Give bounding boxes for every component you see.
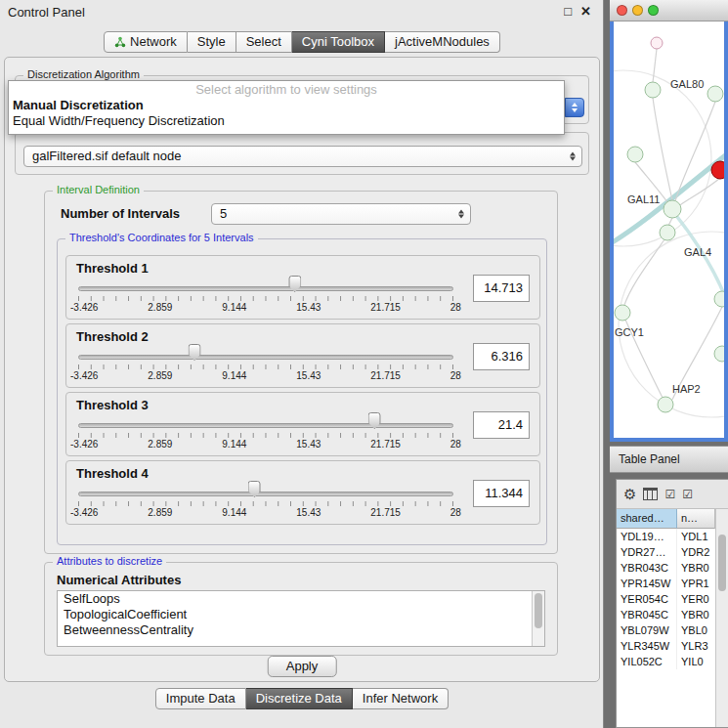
tick-label: 15.43 xyxy=(296,370,321,381)
table-cell: YER0 xyxy=(677,591,715,607)
scrollbar-thumb[interactable] xyxy=(718,535,726,591)
tick-label: 2.859 xyxy=(148,439,172,450)
table-cell: YDR2 xyxy=(677,544,715,560)
stepper-icon xyxy=(458,210,464,219)
threshold-1-box: Threshold 1 -3.426 2.859 9.144 15.43 21.… xyxy=(65,255,540,320)
table-cell: YPR1 xyxy=(677,576,715,591)
tick-label: 21.715 xyxy=(370,439,401,450)
select-none-checkbox-icon[interactable]: ☑ xyxy=(682,489,693,500)
table-scrollbar[interactable] xyxy=(715,509,728,727)
table-data-dropdown[interactable]: galFiltered.sif default node xyxy=(23,146,582,167)
minimize-traffic-light-icon[interactable] xyxy=(632,5,643,16)
close-icon[interactable]: ✕ xyxy=(580,4,591,19)
columns-icon[interactable] xyxy=(643,488,658,500)
network-node[interactable] xyxy=(714,291,724,307)
threshold-value-input[interactable]: 21.4 xyxy=(473,411,530,439)
network-window-titlebar[interactable] xyxy=(610,0,728,21)
tick-label: 28 xyxy=(450,439,461,450)
scrollbar-thumb[interactable] xyxy=(535,593,542,628)
tab-network[interactable]: Network xyxy=(104,31,188,53)
threshold-1-slider[interactable]: -3.426 2.859 9.144 15.43 21.715 28 xyxy=(78,256,453,319)
node-label: GCY1 xyxy=(615,326,644,338)
tab-jactivemnodules[interactable]: jActiveMNodules xyxy=(385,31,500,53)
group-label: Attributes to discretize xyxy=(53,555,166,567)
tab-select[interactable]: Select xyxy=(236,31,292,53)
dropdown-stepper-icon[interactable] xyxy=(565,98,584,117)
slider-ticks xyxy=(78,296,453,301)
list-scrollbar[interactable] xyxy=(532,591,544,646)
table-row[interactable]: YER054CYER0 xyxy=(617,591,715,607)
tab-label: Select xyxy=(246,32,281,52)
up-arrow-icon xyxy=(458,210,464,214)
network-node[interactable] xyxy=(615,305,630,321)
column-header-shared-name[interactable]: shared… xyxy=(617,509,677,529)
bottom-tab-bar: Impute Data Discretize Data Infer Networ… xyxy=(0,688,604,709)
network-node[interactable] xyxy=(627,147,643,162)
network-node[interactable] xyxy=(645,82,661,98)
apply-button[interactable]: Apply xyxy=(268,656,337,677)
close-traffic-light-icon[interactable] xyxy=(617,5,627,16)
list-item[interactable]: SelfLoops xyxy=(58,591,544,607)
dropdown-option-equal-width-frequency[interactable]: Equal Width/Frequency Discretization xyxy=(9,113,564,129)
threshold-value-input[interactable]: 11.344 xyxy=(473,480,530,507)
column-header-name[interactable]: n… xyxy=(677,509,715,529)
thresholds-group: Threshold's Coordinates for 5 Intervals … xyxy=(57,238,547,545)
numerical-attributes-list[interactable]: SelfLoopsTopologicalCoefficientBetweenne… xyxy=(57,590,545,647)
table-row[interactable]: YPR145WYPR1 xyxy=(617,576,715,591)
tab-infer-network[interactable]: Infer Network xyxy=(353,688,449,709)
table-row[interactable]: YBL079WYBL0 xyxy=(617,622,715,638)
stepper-icon xyxy=(570,152,576,161)
network-node[interactable] xyxy=(658,397,673,412)
network-node[interactable] xyxy=(714,346,724,362)
tab-label: Impute Data xyxy=(166,689,236,708)
tab-discretize-data[interactable]: Discretize Data xyxy=(246,688,353,709)
list-item[interactable]: TopologicalCoefficient xyxy=(58,607,544,622)
table-cell: YER054C xyxy=(617,591,677,607)
number-of-intervals-dropdown[interactable]: 5 xyxy=(211,203,471,225)
table-row[interactable]: YBR045CYBR0 xyxy=(617,607,715,622)
tab-style[interactable]: Style xyxy=(188,31,236,53)
network-node[interactable] xyxy=(660,225,675,240)
tab-label: Infer Network xyxy=(363,689,438,708)
table-row[interactable]: YBR043CYBR0 xyxy=(617,560,715,576)
table-cell: YIL0 xyxy=(677,654,715,669)
interval-definition-group: Interval Definition Number of Intervals … xyxy=(44,191,558,554)
tab-cyni-toolbox[interactable]: Cyni Toolbox xyxy=(292,31,385,53)
network-canvas[interactable]: GAL80GAL11GAL4GCY1HAP2 xyxy=(614,21,724,438)
network-node[interactable] xyxy=(711,161,724,179)
table-row[interactable]: YIL052CYIL0 xyxy=(617,654,715,669)
threshold-2-slider[interactable]: -3.426 2.859 9.144 15.43 21.715 28 xyxy=(78,324,453,387)
network-node[interactable] xyxy=(664,200,681,218)
threshold-value-input[interactable]: 6.316 xyxy=(473,343,530,370)
gear-icon[interactable]: ⚙ xyxy=(623,487,636,501)
threshold-4-slider[interactable]: -3.426 2.859 9.144 15.43 21.715 28 xyxy=(78,461,453,524)
slider-track[interactable] xyxy=(78,492,453,496)
dropdown-value: galFiltered.sif default node xyxy=(32,147,181,166)
zoom-traffic-light-icon[interactable] xyxy=(648,5,659,16)
attributes-to-discretize-group: Attributes to discretize Numerical Attri… xyxy=(44,562,558,656)
network-node[interactable] xyxy=(707,86,723,102)
float-window-icon[interactable]: □ xyxy=(564,4,572,19)
dropdown-option-manual-discretization[interactable]: Manual Discretization xyxy=(9,98,564,113)
slider-track[interactable] xyxy=(78,355,453,360)
table-cell: YBR0 xyxy=(677,560,715,576)
slider-track[interactable] xyxy=(78,286,453,291)
select-all-checkbox-icon[interactable]: ☑ xyxy=(664,489,675,500)
tab-impute-data[interactable]: Impute Data xyxy=(155,688,246,709)
threshold-3-box: Threshold 3 -3.426 2.859 9.144 15.43 21.… xyxy=(65,392,540,456)
list-item[interactable]: BetweennessCentrality xyxy=(58,622,544,638)
slider-track[interactable] xyxy=(78,423,453,428)
down-arrow-icon xyxy=(572,108,578,112)
table-row[interactable]: YDL19…YDL1 xyxy=(617,529,715,544)
threshold-2-box: Threshold 2 -3.426 2.859 9.144 15.43 21.… xyxy=(65,323,540,388)
threshold-3-slider[interactable]: -3.426 2.859 9.144 15.43 21.715 28 xyxy=(78,393,453,455)
table-row[interactable]: YLR345WYLR3 xyxy=(617,638,715,654)
table-panel-header[interactable]: Table Panel xyxy=(610,446,728,473)
network-node[interactable] xyxy=(651,37,663,49)
threshold-value-input[interactable]: 14.713 xyxy=(473,275,530,302)
table-row[interactable]: YDR27…YDR2 xyxy=(617,544,715,560)
tick-label: -3.426 xyxy=(70,439,98,450)
group-label: Interval Definition xyxy=(53,184,144,195)
list-items: SelfLoopsTopologicalCoefficientBetweenne… xyxy=(58,591,544,638)
dropdown-placeholder: Select algorithm to view settings xyxy=(9,81,564,98)
